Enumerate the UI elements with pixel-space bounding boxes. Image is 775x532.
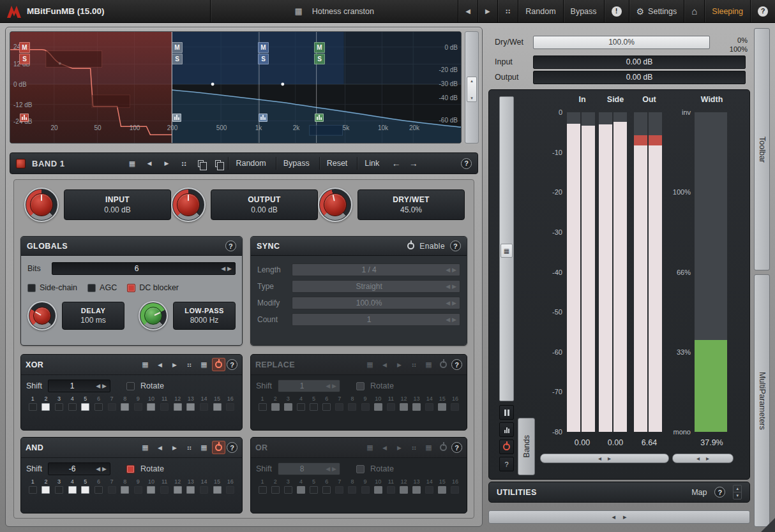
knob[interactable] [24,188,59,222]
knob-value[interactable]: 100 ms [80,316,105,325]
bits-increment-icon[interactable]: ▶ [227,265,232,272]
scroll-right-icon[interactable]: ▸ [706,455,709,462]
operator-power-button[interactable] [437,358,450,371]
operator-next-button[interactable]: ▶ [393,358,406,371]
globals-checkbox[interactable]: AGC [87,283,117,292]
bit-checkbox[interactable] [322,403,331,411]
graph-zoom-scrollbar[interactable]: ▴ ▾ [465,31,479,144]
operator-dice-icon[interactable]: ⠶ [183,358,196,371]
bit-checkbox[interactable] [174,403,182,411]
rotate-checkbox[interactable] [126,465,135,473]
operator-menu-icon[interactable]: ▦ [363,441,377,454]
bit-checkbox[interactable] [121,486,129,494]
bit-checkbox[interactable] [226,403,234,411]
bit-checkbox[interactable] [94,486,103,494]
bit-checkbox[interactable] [310,403,318,411]
bit-checkbox[interactable] [186,486,195,494]
scroll-right-icon[interactable]: ▸ [608,455,611,462]
shift-slider[interactable]: 1 ◀▶ [278,380,340,392]
rotate-checkbox[interactable] [356,382,365,390]
rotate-checkbox[interactable] [356,465,365,473]
bit-checkbox[interactable] [200,486,208,494]
bit-checkbox[interactable] [284,486,292,494]
bit-checkbox[interactable] [29,403,37,411]
meter-help-button[interactable]: ? [499,457,514,471]
operator-next-button[interactable]: ▶ [393,441,406,454]
bit-checkbox[interactable] [438,486,446,494]
band-enable-icon[interactable] [20,114,29,122]
operator-power-button[interactable] [212,358,225,371]
bit-checkbox[interactable] [134,486,142,494]
band-move-right-button[interactable]: → [406,156,421,171]
globals-checkbox[interactable]: Side-chain [27,283,77,292]
resize-grip[interactable] [761,518,775,532]
operator-help-icon[interactable]: ? [227,359,237,370]
meter-mode-button[interactable] [499,422,514,437]
meter-pause-button[interactable] [499,405,514,420]
knob-value[interactable]: 0.00 dB [104,205,130,214]
scroll-left-icon[interactable]: ◂ [612,513,615,521]
bit-checkbox[interactable] [425,403,433,411]
meter-zoom-handle[interactable]: ▦ [500,244,513,258]
operator-presets-icon[interactable]: ▦ [197,441,211,454]
shift-slider[interactable]: 8 ◀▶ [278,462,340,475]
spectrum-graph[interactable]: 24 dB12 dB0 dB-12 dB-24 dB 0 dB-20 dB-30… [10,31,462,144]
randomize-dice-button[interactable]: ⠶ [497,0,518,22]
bit-checkbox[interactable] [310,486,318,494]
bits-decrement-icon[interactable]: ◀ [221,265,225,272]
bit-checkbox[interactable] [451,486,459,494]
operator-menu-icon[interactable]: ▦ [139,441,152,454]
operator-help-icon[interactable]: ? [451,359,462,370]
random-button[interactable]: Random [518,0,562,22]
rotate-checkbox[interactable] [126,382,135,390]
meter-zoom-slider[interactable]: ▦ [499,96,514,401]
bit-checkbox[interactable] [160,403,169,411]
bit-checkbox[interactable] [335,403,343,411]
band-move-left-button[interactable]: ← [389,156,403,171]
bit-checkbox[interactable] [134,403,142,411]
band-mid-toggle[interactable]: M [314,42,325,53]
knob-value[interactable]: 45.0% [400,205,422,214]
bit-checkbox[interactable] [412,403,421,411]
utilities-collapse-control[interactable]: ▴ ▾ [733,485,742,499]
operator-power-button[interactable] [212,441,225,454]
knob-value[interactable]: 0.00 dB [251,205,277,214]
bit-checkbox[interactable] [226,486,234,494]
bits-slider[interactable]: 6 ◀▶ [52,262,236,275]
knob[interactable] [139,301,168,330]
operator-dice-icon[interactable]: ⠶ [407,441,421,454]
bit-checkbox[interactable] [68,486,77,494]
bit-checkbox[interactable] [174,486,182,494]
scroll-right-icon[interactable]: ▸ [623,513,627,521]
operator-help-icon[interactable]: ? [227,442,237,453]
band-color-led[interactable] [16,159,26,168]
bit-checkbox[interactable] [259,403,267,411]
operator-presets-icon[interactable]: ▦ [422,358,435,371]
operator-prev-button[interactable]: ◀ [378,441,391,454]
bit-checkbox[interactable] [348,403,356,411]
settings-button[interactable]: ⚙Settings [629,0,684,22]
bit-checkbox[interactable] [186,403,195,411]
bit-checkbox[interactable] [387,403,395,411]
knob-value[interactable]: 8000 Hz [190,316,219,325]
paste-icon[interactable] [211,156,225,171]
bands-tab[interactable]: Bands [518,418,535,475]
operator-dice-icon[interactable]: ⠶ [183,441,196,454]
bit-checkbox[interactable] [284,403,292,411]
bit-checkbox[interactable] [55,403,63,411]
bit-checkbox[interactable] [108,403,116,411]
checkbox-box[interactable] [127,284,135,292]
bit-checkbox[interactable] [425,486,433,494]
shift-slider[interactable]: 1 ◀▶ [48,380,110,392]
globals-checkbox[interactable]: DC blocker [127,283,179,292]
band-side-toggle[interactable]: S [258,54,269,64]
bit-checkbox[interactable] [147,486,155,494]
band-side-toggle[interactable]: S [172,54,183,64]
knob[interactable] [27,301,57,330]
knob[interactable] [171,188,206,222]
bypass-button[interactable]: Bypass [563,0,604,22]
operator-power-button[interactable] [437,441,450,454]
bit-checkbox[interactable] [94,403,103,411]
bit-checkbox[interactable] [271,403,280,411]
band-prev-button[interactable]: ◀ [142,156,156,171]
